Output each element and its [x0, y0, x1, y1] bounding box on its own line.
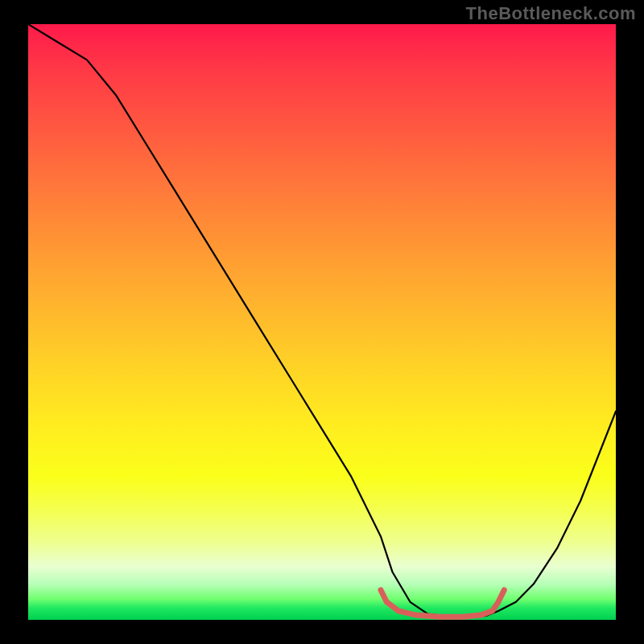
bottleneck-curve-path [28, 24, 616, 617]
curve-layer [28, 24, 616, 620]
chart-frame: TheBottleneck.com [0, 0, 644, 644]
marker-curve-path [381, 590, 504, 617]
watermark-text: TheBottleneck.com [466, 3, 636, 24]
plot-area [28, 24, 616, 620]
